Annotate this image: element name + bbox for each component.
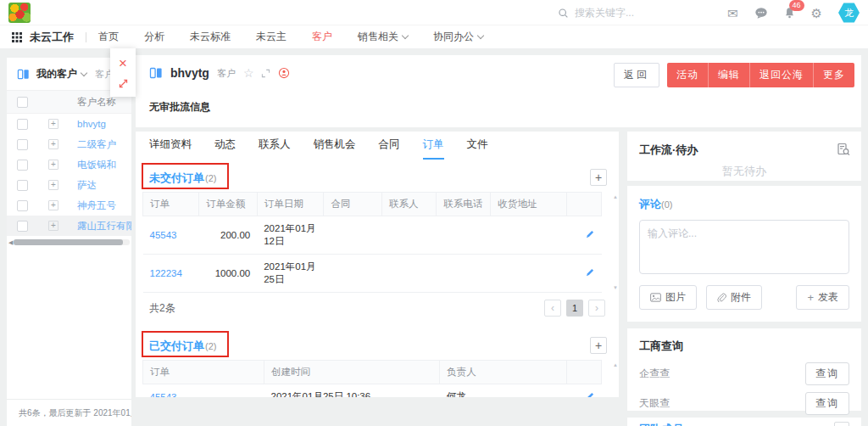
delivered-orders-table: 订单 创建时间 负责人 45543 2021年01月25日 10:36 何龙 1… xyxy=(142,360,602,397)
edit-pencil-icon[interactable] xyxy=(585,229,595,239)
add-order-button[interactable]: + xyxy=(590,337,607,354)
team-members-card: 团队成员 + xyxy=(627,418,861,426)
select-all-checkbox[interactable] xyxy=(17,97,28,108)
activity-button[interactable]: 活动 xyxy=(667,63,708,87)
table-scrollbar[interactable]: ▲ ▼ xyxy=(612,360,619,397)
mail-icon[interactable]: ✉ xyxy=(727,7,738,20)
tab-orders[interactable]: 订单 xyxy=(423,132,444,160)
owner-seal-icon[interactable] xyxy=(278,67,290,79)
customer-building-icon xyxy=(149,66,163,80)
expand-diagonal-icon[interactable] xyxy=(118,78,129,89)
customer-row[interactable]: + bhvytg xyxy=(7,114,131,134)
star-icon[interactable]: ☆ xyxy=(243,66,254,80)
gear-icon[interactable]: ⚙ xyxy=(811,7,822,20)
customer-row[interactable]: + 二级客户 xyxy=(7,134,131,154)
scroll-down-icon[interactable]: ▼ xyxy=(613,285,618,290)
query-button[interactable]: 查询 xyxy=(805,392,849,415)
add-attachment-label: 附件 xyxy=(731,290,751,305)
edit-pencil-icon[interactable] xyxy=(585,391,595,398)
customer-link[interactable]: bhvytg xyxy=(77,119,106,129)
publish-button[interactable]: + 发表 xyxy=(796,285,849,310)
customer-link[interactable]: 电饭锅和 xyxy=(77,159,116,171)
nav-item-home[interactable]: 首页 xyxy=(98,30,119,44)
order-link[interactable]: 45543 xyxy=(143,384,264,398)
expand-plus-icon[interactable]: + xyxy=(48,200,58,210)
add-image-button[interactable]: 图片 xyxy=(639,285,697,310)
notifications[interactable]: 46 xyxy=(784,7,795,19)
nav-item-analysis[interactable]: 分析 xyxy=(144,30,164,44)
order-link[interactable]: 45543 xyxy=(143,216,199,255)
close-icon[interactable]: × xyxy=(119,56,127,70)
customer-list-panel: 我的客户 客户 客户名称 + bhvytg + 二级客户 + 电饭锅和 + 萨达 xyxy=(7,58,131,426)
expand-plus-icon[interactable]: + xyxy=(48,139,58,149)
col-created: 创建时间 xyxy=(264,361,440,384)
global-search[interactable] xyxy=(558,0,719,25)
expand-plus-icon[interactable]: + xyxy=(48,221,58,231)
query-button[interactable]: 查询 xyxy=(805,362,849,385)
chat-icon[interactable] xyxy=(754,7,768,19)
customer-row[interactable]: + 露山五行有限 xyxy=(7,216,131,236)
scroll-up-icon[interactable]: ▲ xyxy=(613,194,618,199)
row-checkbox[interactable] xyxy=(17,119,28,130)
customer-row[interactable]: + 萨达 xyxy=(7,175,131,195)
scroll-left-icon[interactable]: ◀ xyxy=(8,239,13,245)
edit-pencil-icon[interactable] xyxy=(585,267,595,277)
workflow-log-icon[interactable] xyxy=(837,143,850,156)
expand-plus-icon[interactable]: + xyxy=(48,160,58,170)
add-member-button[interactable]: + xyxy=(834,422,849,426)
user-avatar[interactable]: 龙 xyxy=(838,3,860,24)
nav-item-sales-label: 销售相关 xyxy=(358,30,398,44)
horizontal-scrollbar[interactable]: ◀ xyxy=(8,238,130,245)
main-nav: 未云工作 首页 分析 未云标准 未云主 客户 销售相关 协同办公 xyxy=(0,25,868,49)
scroll-up-icon[interactable]: ▲ xyxy=(613,362,618,367)
prev-page-button[interactable]: ‹ xyxy=(544,300,561,317)
back-button[interactable]: 返回 xyxy=(614,63,659,87)
customer-row[interactable]: + 电饭锅和 xyxy=(7,154,131,175)
expand-plus-icon[interactable]: + xyxy=(48,119,58,129)
nav-item-standard[interactable]: 未云标准 xyxy=(190,30,231,44)
tab-contacts[interactable]: 联系人 xyxy=(259,132,291,160)
tab-activity[interactable]: 动态 xyxy=(214,132,236,160)
tab-files[interactable]: 文件 xyxy=(467,132,488,160)
current-page[interactable]: 1 xyxy=(566,300,583,317)
customer-link[interactable]: 萨达 xyxy=(77,179,97,192)
delivered-orders-count: (2) xyxy=(205,341,216,351)
nav-item-sales[interactable]: 销售相关 xyxy=(358,30,408,44)
chevron-down-icon xyxy=(81,69,87,76)
row-checkbox[interactable] xyxy=(17,200,28,211)
comments-card: 评论(0) 图片 附件 + 发表 xyxy=(627,186,861,322)
add-order-button[interactable]: + xyxy=(590,169,607,186)
more-button[interactable]: 更多 xyxy=(813,63,854,87)
nav-item-customers[interactable]: 客户 xyxy=(312,30,332,44)
next-page-button[interactable]: › xyxy=(588,300,605,317)
app-logo[interactable] xyxy=(8,3,31,23)
add-attachment-button[interactable]: 附件 xyxy=(706,285,762,310)
table-scrollbar[interactable]: ▲ ▼ xyxy=(612,192,619,293)
nav-item-master[interactable]: 未云主 xyxy=(256,30,287,44)
comment-input[interactable] xyxy=(639,220,849,274)
col-contact: 联系人 xyxy=(381,193,436,216)
row-checkbox[interactable] xyxy=(17,221,28,232)
tab-details[interactable]: 详细资料 xyxy=(149,132,192,160)
customer-row[interactable]: + 神舟五号 xyxy=(7,195,131,216)
row-checkbox[interactable] xyxy=(17,180,28,191)
customer-link[interactable]: 神舟五号 xyxy=(77,199,116,212)
edit-button[interactable]: 编辑 xyxy=(708,63,749,87)
resize-arrows-icon[interactable] xyxy=(261,69,270,78)
top-bar: ✉ 46 ⚙ 龙 xyxy=(0,0,868,25)
nav-item-collaboration[interactable]: 协同办公 xyxy=(433,30,483,44)
apps-grid-icon[interactable] xyxy=(12,32,22,42)
tab-contracts[interactable]: 合同 xyxy=(379,132,400,160)
workflow-title: 工作流·待办 xyxy=(639,143,849,158)
scrollbar-thumb[interactable] xyxy=(14,239,122,245)
tab-opportunities[interactable]: 销售机会 xyxy=(314,132,356,160)
expand-plus-icon[interactable]: + xyxy=(48,180,58,190)
customer-link[interactable]: 露山五行有限 xyxy=(77,220,131,233)
customer-link[interactable]: 二级客户 xyxy=(77,138,116,151)
return-to-pool-button[interactable]: 退回公海 xyxy=(749,63,813,87)
search-input[interactable] xyxy=(575,7,719,19)
list-scope-title[interactable]: 我的客户 xyxy=(36,67,77,81)
row-checkbox[interactable] xyxy=(17,139,28,150)
row-checkbox[interactable] xyxy=(17,160,28,171)
order-link[interactable]: 122234 xyxy=(143,255,199,293)
